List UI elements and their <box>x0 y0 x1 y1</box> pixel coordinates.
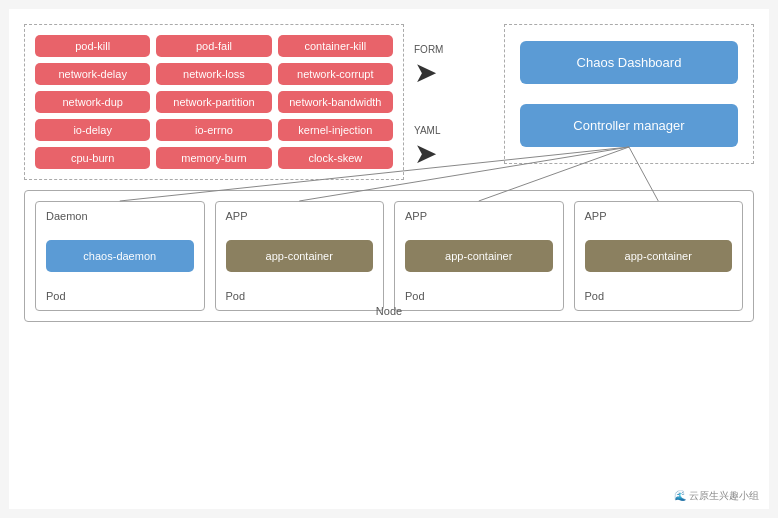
pod-box: APPapp-containerPod <box>394 201 564 311</box>
pod-label: Pod <box>585 290 605 302</box>
pod-label: Pod <box>226 290 246 302</box>
fault-tag: network-partition <box>156 91 271 113</box>
fault-tag: memory-burn <box>156 147 271 169</box>
pod-box: Daemonchaos-daemonPod <box>35 201 205 311</box>
pod-label: Pod <box>46 290 66 302</box>
fault-tag: clock-skew <box>278 147 393 169</box>
fault-tag: cpu-burn <box>35 147 150 169</box>
fault-tag: network-loss <box>156 63 271 85</box>
top-section: pod-killpod-failcontainer-killnetwork-de… <box>24 24 754 180</box>
app-container-inner: app-container <box>226 240 374 272</box>
node-section: Daemonchaos-daemonPodAPPapp-containerPod… <box>24 190 754 322</box>
yaml-label: YAML <box>414 125 441 136</box>
pod-type-label: APP <box>226 210 248 222</box>
main-diagram: pod-killpod-failcontainer-killnetwork-de… <box>9 9 769 509</box>
pod-type-label: APP <box>405 210 427 222</box>
fault-tag: kernel-injection <box>278 119 393 141</box>
right-section: Chaos Dashboard Controller manager <box>504 24 754 164</box>
fault-tag: network-corrupt <box>278 63 393 85</box>
chaos-dashboard-box: Chaos Dashboard <box>520 41 738 84</box>
controller-manager-box: Controller manager <box>520 104 738 147</box>
form-label: FORM <box>414 44 443 55</box>
pods-row: Daemonchaos-daemonPodAPPapp-containerPod… <box>35 201 743 311</box>
form-arrow-row: FORM ➤ <box>414 44 443 87</box>
pod-box: APPapp-containerPod <box>574 201 744 311</box>
yaml-arrow-icon: ➤ <box>414 140 437 168</box>
form-arrow-icon: ➤ <box>414 59 437 87</box>
fault-tag: network-dup <box>35 91 150 113</box>
fault-tag: network-bandwidth <box>278 91 393 113</box>
yaml-arrow-row: YAML ➤ <box>414 125 441 168</box>
fault-tag: network-delay <box>35 63 150 85</box>
app-container-inner: app-container <box>405 240 553 272</box>
fault-tag: io-errno <box>156 119 271 141</box>
fault-tag: container-kill <box>278 35 393 57</box>
app-container-inner: app-container <box>585 240 733 272</box>
pod-type-label: Daemon <box>46 210 88 222</box>
node-label: Node <box>376 305 402 317</box>
pod-label: Pod <box>405 290 425 302</box>
pod-box: APPapp-containerPod <box>215 201 385 311</box>
fault-tag: io-delay <box>35 119 150 141</box>
watermark: 🌊 云原生兴趣小组 <box>674 489 759 503</box>
pod-type-label: APP <box>585 210 607 222</box>
chaos-daemon-inner: chaos-daemon <box>46 240 194 272</box>
fault-tag: pod-kill <box>35 35 150 57</box>
fault-tag: pod-fail <box>156 35 271 57</box>
fault-types-box: pod-killpod-failcontainer-killnetwork-de… <box>24 24 404 180</box>
arrow-section: FORM ➤ YAML ➤ <box>414 24 494 168</box>
